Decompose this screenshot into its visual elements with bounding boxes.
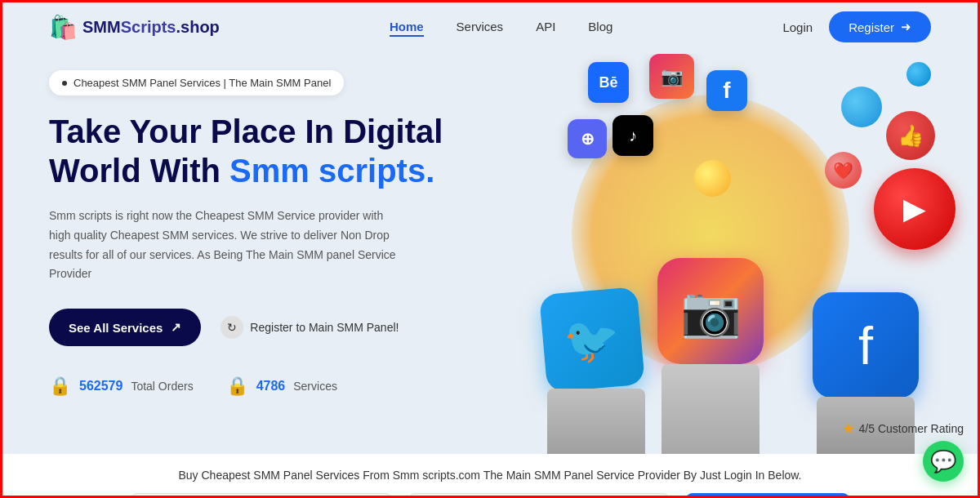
nav-right: Login Register ➜ xyxy=(782,11,931,42)
logo-text: SMMScripts.shop xyxy=(82,18,220,37)
orders-icon: 🔒 xyxy=(49,376,71,397)
main-content: Cheapest SMM Panel Services | The Main S… xyxy=(0,54,980,454)
orders-label: Total Orders xyxy=(131,380,193,393)
nav-item-api[interactable]: API xyxy=(536,20,555,34)
whatsapp-icon: 💬 xyxy=(930,449,956,474)
behance-icon: Bē xyxy=(588,62,629,103)
password-input[interactable] xyxy=(408,493,670,498)
tiktok-icon: ♪ xyxy=(612,115,653,156)
whatsapp-fab-button[interactable]: 💬 xyxy=(923,441,964,482)
hero-left: Cheapest SMM Panel Services | The Main S… xyxy=(49,54,506,454)
youtube-ball: ▶ xyxy=(874,168,956,250)
navigation: 🛍️ SMMScripts.shop Home Services API Blo… xyxy=(0,0,980,54)
hero-badge: Cheapest SMM Panel Services | The Main S… xyxy=(49,70,344,96)
nav-item-home[interactable]: Home xyxy=(390,20,424,34)
refresh-icon: ↻ xyxy=(220,316,243,339)
stat-services: 🔒 4786 Services xyxy=(226,376,337,397)
nav-link-blog[interactable]: Blog xyxy=(588,20,612,33)
pedestal-1 xyxy=(547,389,645,454)
services-icon: 🔒 xyxy=(226,376,248,397)
blue-ball xyxy=(841,87,882,127)
nav-item-services[interactable]: Services xyxy=(457,20,504,34)
hero-title: Take Your Place In Digital World With Sm… xyxy=(49,112,506,190)
nav-item-blog[interactable]: Blog xyxy=(588,20,612,34)
arrow-right-icon: ➜ xyxy=(901,20,911,34)
orders-number: 562579 xyxy=(79,379,122,394)
badge-text: Cheapest SMM Panel Services | The Main S… xyxy=(74,77,331,89)
register-smm-link[interactable]: ↻ Register to Main SMM Panel! xyxy=(220,316,399,339)
login-button[interactable]: Login 👤 xyxy=(686,493,849,498)
pedestal-2 xyxy=(662,364,760,454)
username-input[interactable] xyxy=(131,493,392,498)
services-label: Services xyxy=(293,380,337,393)
arrow-icon: ↗ xyxy=(171,320,181,335)
instagram-small-icon: 📷 xyxy=(649,54,694,99)
logo[interactable]: 🛍️ SMMScripts.shop xyxy=(49,14,220,41)
star-icon: ★ xyxy=(842,420,855,438)
cta-row: See All Services ↗ ↻ Register to Main SM… xyxy=(49,309,506,346)
instagram-3d-icon: 📷 xyxy=(657,258,764,364)
rating-label: Customer Rating xyxy=(878,422,964,435)
nav-links: Home Services API Blog xyxy=(390,20,612,34)
discord-icon: ⊕ xyxy=(568,119,607,158)
nav-link-home[interactable]: Home xyxy=(390,20,424,37)
rating-badge: ★ 4/5 Customer Rating xyxy=(842,420,964,438)
logo-bag-icon: 🛍️ xyxy=(49,14,78,41)
login-form: Login 👤 xyxy=(49,493,931,498)
rating-value: 4/5 xyxy=(858,422,874,435)
hero-image-area: Bē 📷 f ♪ ⊕ 👍 ❤️ ▶ 🐦 📷 f ★ 4/5 Customer R… xyxy=(506,46,980,462)
nav-link-api[interactable]: API xyxy=(536,20,555,33)
small-blue-ball xyxy=(906,62,931,87)
badge-dot xyxy=(62,81,67,86)
twitter-3d-icon: 🐦 xyxy=(539,287,645,393)
hero-description: Smm scripts is right now the Cheapest SM… xyxy=(49,207,400,284)
bottom-description: Buy Cheapest SMM Panel Services From Smm… xyxy=(49,469,931,482)
facebook-small-icon: f xyxy=(706,70,747,111)
thumbs-up-ball: 👍 xyxy=(886,111,935,160)
stats-row: 🔒 562579 Total Orders 🔒 4786 Services xyxy=(49,376,506,397)
facebook-3d-icon: f xyxy=(813,292,919,398)
services-number: 4786 xyxy=(256,379,286,394)
heart-ball: ❤️ xyxy=(825,152,862,189)
see-all-services-button[interactable]: See All Services ↗ xyxy=(49,309,201,346)
stat-orders: 🔒 562579 Total Orders xyxy=(49,376,194,397)
register-button[interactable]: Register ➜ xyxy=(829,11,931,42)
nav-link-services[interactable]: Services xyxy=(457,20,504,33)
login-link[interactable]: Login xyxy=(782,20,813,34)
yellow-ball xyxy=(694,160,731,197)
